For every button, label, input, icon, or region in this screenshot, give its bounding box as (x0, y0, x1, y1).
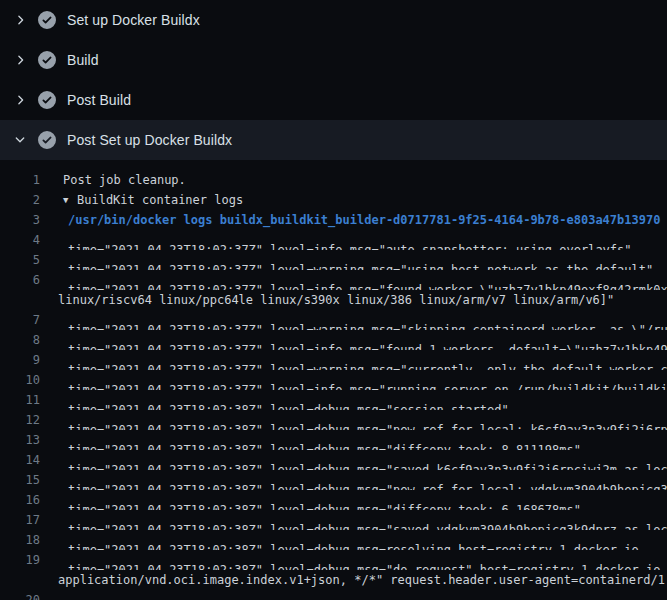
line-number[interactable]: 1 (0, 170, 40, 190)
line-number[interactable]: 5 (0, 250, 40, 270)
log-line-12: 12time="2021-04-23T18:02:38Z" level=debu… (0, 410, 667, 430)
step-label: Build (67, 52, 99, 68)
log-line-14: 14time="2021-04-23T18:02:38Z" level=debu… (0, 450, 667, 470)
line-number[interactable]: 18 (0, 530, 40, 550)
log-line-19-wrap: application/vnd.oci.image.index.v1+json,… (0, 570, 667, 590)
log-line-4: 4time="2021-04-23T18:02:37Z" level=info … (0, 230, 667, 250)
chevron-right-icon[interactable] (12, 12, 28, 28)
check-circle-icon (38, 11, 56, 29)
log-text: time="2021-04-23T18:02:38Z" level=debug … (40, 530, 667, 550)
log-text-wrapped: application/vnd.oci.image.index.v1+json,… (40, 570, 667, 590)
step-label: Set up Docker Buildx (67, 12, 200, 28)
line-number[interactable]: 19 (0, 550, 40, 570)
log-text: time="2021-04-23T18:02:38Z" level=debug … (40, 490, 667, 510)
log-line-6: 6time="2021-04-23T18:02:37Z" level=info … (0, 270, 667, 290)
log-text: time="2021-04-23T18:02:38Z" level=debug … (40, 470, 667, 490)
line-number[interactable]: 17 (0, 510, 40, 530)
check-circle-icon (38, 91, 56, 109)
line-number[interactable]: 10 (0, 370, 40, 390)
check-circle-icon (38, 131, 56, 149)
step-header-post-set-up-docker-buildx[interactable]: Post Set up Docker Buildx (0, 120, 667, 160)
line-number[interactable]: 8 (0, 330, 40, 350)
chevron-down-icon[interactable] (12, 132, 28, 148)
line-number-empty (0, 570, 40, 590)
log-line-1: 1Post job cleanup. (0, 170, 667, 190)
chevron-right-icon[interactable] (12, 92, 28, 108)
line-number[interactable]: 4 (0, 230, 40, 250)
log-line-9: 9time="2021-04-23T18:02:37Z" level=warni… (0, 350, 667, 370)
log-command-text: /usr/bin/docker logs buildx_buildkit_bui… (40, 210, 667, 230)
log-line-19: 19time="2021-04-23T18:02:38Z" level=debu… (0, 550, 667, 570)
log-line-8: 8time="2021-04-23T18:02:37Z" level=info … (0, 330, 667, 350)
log-line-10: 10time="2021-04-23T18:02:37Z" level=info… (0, 370, 667, 390)
workflow-log-viewer: Set up Docker Buildx Build Post Build (0, 0, 667, 600)
log-text: time="2021-04-23T18:02:38Z" level=debug … (40, 450, 667, 470)
log-line-16: 16time="2021-04-23T18:02:38Z" level=debu… (0, 490, 667, 510)
log-line-7: 7time="2021-04-23T18:02:37Z" level=warni… (0, 310, 667, 330)
log-text: time="2021-04-23T18:02:38Z" level=debug … (40, 390, 667, 410)
log-text: time="2021-04-23T18:02:37Z" level=warnin… (40, 350, 667, 370)
check-circle-icon (38, 51, 56, 69)
log-line-15: 15time="2021-04-23T18:02:38Z" level=debu… (0, 470, 667, 490)
line-number[interactable]: 16 (0, 490, 40, 510)
step-header-build[interactable]: Build (0, 40, 667, 80)
step-label: Post Build (67, 92, 131, 108)
log-text: Post job cleanup. (40, 170, 667, 190)
line-number[interactable]: 9 (0, 350, 40, 370)
log-text-wrapped: linux/riscv64 linux/ppc64le linux/s390x … (40, 290, 667, 310)
log-line-17: 17time="2021-04-23T18:02:38Z" level=debu… (0, 510, 667, 530)
line-number[interactable]: 2 (0, 190, 40, 210)
chevron-right-icon[interactable] (12, 52, 28, 68)
line-number-empty (0, 290, 40, 310)
line-number[interactable]: 6 (0, 270, 40, 290)
log-line-6-wrap: linux/riscv64 linux/ppc64le linux/s390x … (0, 290, 667, 310)
log-text: time="2021-04-23T18:02:38Z" level=debug … (40, 430, 667, 450)
log-text: time="2021-04-23T18:02:37Z" level=info m… (40, 370, 667, 390)
group-collapse-icon[interactable]: ▼ (63, 190, 77, 210)
line-number[interactable]: 12 (0, 410, 40, 430)
group-title: BuildKit container logs (77, 193, 243, 207)
log-text: time="2021-04-23T18:02:38Z" level=debug … (40, 590, 667, 600)
log-line-18: 18time="2021-04-23T18:02:38Z" level=debu… (0, 530, 667, 550)
log-text: time="2021-04-23T18:02:38Z" level=debug … (40, 410, 667, 430)
log-text: time="2021-04-23T18:02:38Z" level=debug … (40, 510, 667, 530)
log-text: time="2021-04-23T18:02:37Z" level=warnin… (40, 310, 667, 330)
step-label: Post Set up Docker Buildx (67, 132, 232, 148)
line-number[interactable]: 7 (0, 310, 40, 330)
line-number[interactable]: 13 (0, 430, 40, 450)
log-text: time="2021-04-23T18:02:37Z" level=info m… (40, 230, 667, 250)
step-list: Set up Docker Buildx Build Post Build (0, 0, 667, 160)
log-text: time="2021-04-23T18:02:37Z" level=info m… (40, 270, 667, 290)
log-line-11: 11time="2021-04-23T18:02:38Z" level=debu… (0, 390, 667, 410)
line-number[interactable]: 11 (0, 390, 40, 410)
line-number[interactable]: 15 (0, 470, 40, 490)
log-line-5: 5time="2021-04-23T18:02:37Z" level=warni… (0, 250, 667, 270)
log-line-20: 20time="2021-04-23T18:02:38Z" level=debu… (0, 590, 667, 600)
log-line-2: 2▼BuildKit container logs (0, 190, 667, 210)
log-text: time="2021-04-23T18:02:37Z" level=warnin… (40, 250, 667, 270)
log-line-3: 3/usr/bin/docker logs buildx_buildkit_bu… (0, 210, 667, 230)
step-header-post-build[interactable]: Post Build (0, 80, 667, 120)
step-header-set-up-docker-buildx[interactable]: Set up Docker Buildx (0, 0, 667, 40)
log-text: time="2021-04-23T18:02:38Z" level=debug … (40, 550, 667, 570)
line-number[interactable]: 3 (0, 210, 40, 230)
log-lines: 1Post job cleanup.2▼BuildKit container l… (0, 160, 667, 600)
log-line-13: 13time="2021-04-23T18:02:38Z" level=debu… (0, 430, 667, 450)
line-number[interactable]: 14 (0, 450, 40, 470)
log-group-header[interactable]: ▼BuildKit container logs (40, 190, 667, 210)
log-text: time="2021-04-23T18:02:37Z" level=info m… (40, 330, 667, 350)
line-number[interactable]: 20 (0, 590, 40, 600)
